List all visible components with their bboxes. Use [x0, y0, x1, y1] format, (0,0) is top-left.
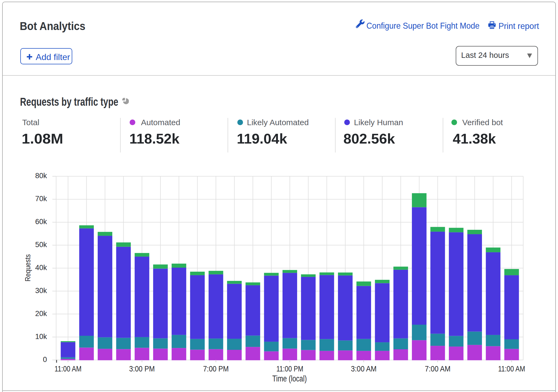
svg-text:0: 0: [43, 356, 47, 364]
svg-text:20k: 20k: [35, 310, 47, 318]
svg-text:7:00 PM: 7:00 PM: [203, 364, 229, 373]
svg-text:40k: 40k: [35, 264, 47, 272]
svg-text:11:00 AM: 11:00 AM: [55, 364, 82, 373]
svg-text:10k: 10k: [35, 333, 47, 341]
svg-text:7:00 AM: 7:00 AM: [425, 364, 451, 373]
svg-text:60k: 60k: [35, 218, 47, 226]
svg-text:Requests: Requests: [24, 254, 32, 281]
svg-text:50k: 50k: [35, 241, 47, 249]
svg-text:30k: 30k: [35, 287, 47, 295]
svg-text:Time (local): Time (local): [272, 374, 307, 383]
svg-text:3:00 PM: 3:00 PM: [129, 364, 155, 373]
svg-text:11:00 AM: 11:00 AM: [498, 364, 525, 373]
svg-text:80k: 80k: [35, 172, 47, 180]
svg-text:3:00 AM: 3:00 AM: [351, 364, 377, 373]
svg-text:11:00 PM: 11:00 PM: [276, 364, 303, 373]
svg-text:70k: 70k: [35, 195, 47, 203]
